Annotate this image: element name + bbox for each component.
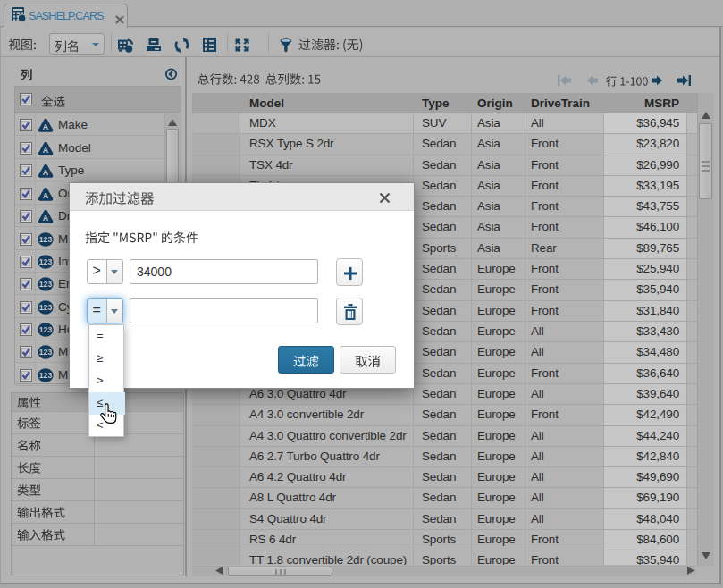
- svg-text:123: 123: [39, 348, 53, 357]
- svg-text:123: 123: [39, 325, 53, 334]
- svg-text:123: 123: [39, 235, 53, 244]
- svg-text:A: A: [43, 122, 49, 131]
- svg-text:123: 123: [39, 303, 53, 312]
- svg-text:A: A: [43, 214, 49, 223]
- svg-text:123: 123: [39, 257, 53, 266]
- svg-text:A: A: [43, 146, 49, 155]
- svg-text:A: A: [43, 168, 49, 177]
- svg-text:123: 123: [39, 280, 53, 289]
- svg-text:123: 123: [39, 371, 53, 380]
- svg-text:A: A: [43, 191, 49, 200]
